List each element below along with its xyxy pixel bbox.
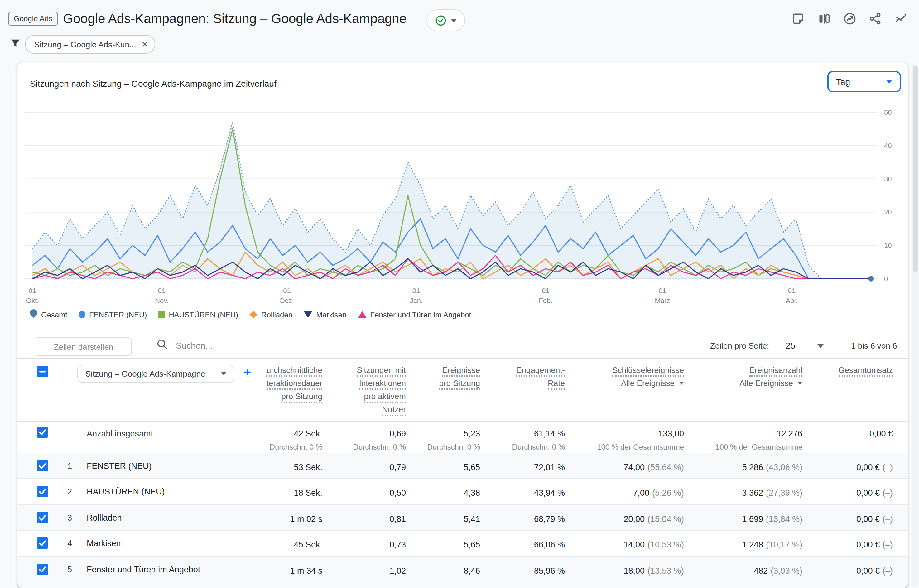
plot-rows-button[interactable]: Zeilen darstellen bbox=[36, 337, 132, 356]
chevron-down-icon bbox=[886, 80, 892, 84]
legend-item-gesamt[interactable]: Gesamt bbox=[30, 309, 67, 320]
note-icon[interactable] bbox=[792, 12, 806, 26]
metric-cell: 482 (3,93 %) bbox=[754, 565, 803, 576]
x-axis-tick: Dez. bbox=[280, 297, 294, 305]
metric-cell: 1,02 bbox=[389, 565, 406, 576]
table-row[interactable]: 1FENSTER (NEU)53 Sek.0,795,6572,01 %74,0… bbox=[18, 453, 908, 479]
add-dimension-button[interactable]: + bbox=[243, 364, 251, 380]
close-icon[interactable]: ✕ bbox=[141, 40, 149, 48]
row-number: 1 bbox=[67, 461, 72, 470]
column-header-label: pro Sitzung bbox=[281, 391, 322, 403]
x-axis-tick: 01 bbox=[29, 287, 36, 295]
row-checkbox[interactable] bbox=[37, 460, 48, 471]
legend-item-rollladen[interactable]: Rollladen bbox=[249, 310, 292, 319]
metric-cell: 5,65 bbox=[464, 539, 480, 550]
square-marker-icon bbox=[158, 311, 165, 318]
select-all-checkbox[interactable] bbox=[37, 366, 48, 377]
row-checkbox[interactable] bbox=[37, 563, 48, 575]
row-number: 4 bbox=[67, 539, 72, 548]
row-checkbox[interactable] bbox=[37, 538, 48, 549]
chevron-down-icon bbox=[679, 381, 684, 385]
legend-item-angebot[interactable]: Fenster und Türen im Angebot bbox=[358, 310, 472, 319]
y-axis-tick: 30 bbox=[884, 175, 892, 183]
metric-cell: 0,00 € (–) bbox=[856, 513, 893, 524]
x-axis-tick: 01 bbox=[542, 287, 549, 295]
trend-sparkle-icon[interactable] bbox=[894, 12, 908, 26]
share-icon[interactable] bbox=[869, 12, 882, 26]
metric-cell: 1 m 02 s bbox=[290, 513, 322, 524]
table-row-partial[interactable] bbox=[18, 582, 908, 588]
table-row[interactable]: 4Markisen45 Sek.0,735,6566,06 %14,00 (10… bbox=[18, 531, 908, 557]
dimension-select[interactable]: Sitzung – Google Ads-Kampagne bbox=[77, 365, 234, 383]
column-header-label: Ereignisanzahl bbox=[749, 365, 803, 376]
table-row[interactable]: 2HAUSTÜREN (NEU)18 Sek.0,504,3843,94 %7,… bbox=[18, 479, 908, 505]
column-header[interactable]: DurchschnittlicheInteraktionsdauerpro Si… bbox=[266, 363, 322, 403]
diamond-marker-icon bbox=[249, 310, 257, 318]
metric-cell: 5.286 (43,06 %) bbox=[742, 461, 803, 472]
metric-cell: 7,00 (5,26 %) bbox=[633, 487, 684, 498]
filter-funnel-icon[interactable] bbox=[9, 37, 22, 52]
granularity-value: Tag bbox=[836, 77, 850, 87]
filter-chip[interactable]: Sitzung – Google Ads-Kun... ✕ bbox=[25, 35, 155, 53]
dimension-value: Sitzung – Google Ads-Kampagne bbox=[86, 369, 205, 378]
totals-checkbox[interactable] bbox=[37, 426, 48, 438]
insights-icon[interactable] bbox=[843, 12, 857, 26]
metric-cell: 45 Sek. bbox=[294, 539, 322, 550]
metric-cell: 12.276100 % der Gesamtsumme bbox=[715, 428, 803, 451]
totals-row: Anzahl insgesamt 42 Sek.Durchschn. 0 %0,… bbox=[18, 422, 908, 453]
metric-cell: 72,01 % bbox=[534, 461, 565, 472]
legend-item-markisen[interactable]: Markisen bbox=[304, 310, 346, 319]
circle-marker-icon bbox=[79, 311, 86, 318]
time-series-chart[interactable]: 0102030405001Okt.01Nov.01Dez.01Jan.01Feb… bbox=[18, 100, 908, 309]
rows-per-page-value[interactable]: 25 bbox=[786, 341, 795, 351]
column-header-label: Rate bbox=[548, 378, 565, 390]
metric-cell: 0,81 bbox=[389, 513, 406, 524]
scrollbar-thumb[interactable] bbox=[913, 66, 917, 272]
legend-item-fenster[interactable]: FENSTER (NEU) bbox=[79, 310, 147, 319]
y-axis-tick: 50 bbox=[884, 108, 892, 116]
chevron-down-icon[interactable] bbox=[817, 344, 824, 348]
granularity-select[interactable]: Tag bbox=[827, 71, 901, 92]
report-status-button[interactable] bbox=[426, 9, 465, 31]
legend-label: FENSTER (NEU) bbox=[89, 310, 147, 319]
metric-cell: 20,00 (15,04 %) bbox=[623, 513, 684, 524]
row-checkbox[interactable] bbox=[37, 486, 48, 497]
metric-cell: 0,00 € bbox=[869, 428, 893, 439]
campaign-name: HAUSTÜREN (NEU) bbox=[87, 487, 165, 496]
table-row[interactable]: 5Fenster und Türen im Angebot1 m 34 s1,0… bbox=[18, 557, 908, 582]
x-axis-tick: 01 bbox=[158, 287, 166, 295]
metric-cell: 1 m 34 s bbox=[290, 565, 322, 576]
metric-cell: 5,65 bbox=[464, 461, 480, 472]
legend-label: HAUSTÜREN (NEU) bbox=[169, 310, 238, 319]
column-header[interactable]: Gesamtumsatz bbox=[796, 363, 893, 376]
x-axis-tick: Jan. bbox=[410, 297, 423, 305]
x-axis-tick: Feb. bbox=[539, 297, 552, 305]
series-end-marker[interactable] bbox=[868, 276, 874, 281]
column-header[interactable]: EreignisanzahlAlle Ereignisse bbox=[687, 363, 803, 388]
column-header-label: Gesamtumsatz bbox=[838, 365, 893, 376]
row-checkbox[interactable] bbox=[37, 512, 48, 523]
comparison-icon[interactable] bbox=[817, 12, 831, 26]
metric-cell: 4,38 bbox=[464, 487, 480, 498]
column-header[interactable]: Engagement-Rate bbox=[484, 363, 565, 390]
column-header-label: Ereignisse bbox=[443, 365, 480, 376]
column-header-label: pro Sitzung bbox=[439, 378, 480, 390]
search-icon[interactable] bbox=[156, 338, 168, 353]
report-card: Sitzungen nach Sitzung – Google Ads-Kamp… bbox=[18, 62, 908, 588]
chart-legend: Gesamt FENSTER (NEU) HAUSTÜREN (NEU) Rol… bbox=[30, 309, 471, 320]
column-header[interactable]: Ereignissepro Sitzung bbox=[412, 363, 480, 390]
campaign-name: FENSTER (NEU) bbox=[87, 461, 152, 470]
event-filter-select[interactable]: Alle Ereignisse bbox=[687, 378, 803, 388]
metric-cell: 61,14 %Durchschn. 0 % bbox=[512, 428, 565, 451]
metric-cell: 42 Sek.Durchschn. 0 % bbox=[270, 428, 322, 451]
page-scrollbar[interactable] bbox=[911, 65, 918, 585]
table-row[interactable]: 3Rollladen1 m 02 s0,815,4168,79 %20,00 (… bbox=[18, 505, 908, 531]
column-resize-divider[interactable] bbox=[266, 359, 266, 588]
column-header[interactable]: Sitzungen mitInteraktionenpro aktivemNut… bbox=[325, 363, 406, 416]
legend-item-haustueren[interactable]: HAUSTÜREN (NEU) bbox=[158, 310, 238, 319]
metric-cell: 0,00 € (–) bbox=[856, 539, 893, 550]
column-header[interactable]: SchlüsselereignisseAlle Ereignisse bbox=[569, 363, 684, 388]
y-axis-tick: 20 bbox=[884, 208, 892, 216]
search-input[interactable]: Suchen... bbox=[176, 341, 213, 351]
event-filter-select[interactable]: Alle Ereignisse bbox=[569, 378, 684, 388]
